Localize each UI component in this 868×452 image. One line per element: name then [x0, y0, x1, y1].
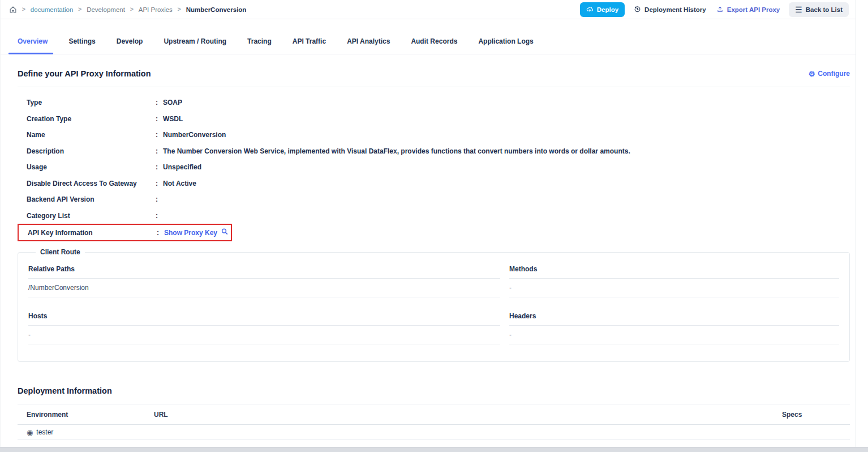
main-content: Define your API Proxy Information ⚙ Conf…: [1, 69, 856, 440]
configure-link[interactable]: ⚙ Configure: [809, 70, 850, 78]
field-row-description: Description : The Number Conversion Web …: [27, 143, 850, 160]
cell-label: Relative Paths: [28, 265, 500, 279]
environment-name: tester: [36, 428, 53, 436]
breadcrumb-separator: >: [178, 6, 181, 12]
cell-value: -: [509, 326, 839, 344]
field-label: Name: [27, 131, 156, 139]
column-specs: Specs: [782, 411, 850, 419]
client-route-panel: Client Route Relative Paths /NumberConve…: [18, 248, 850, 362]
field-row-usage: Usage : Unspecified: [27, 159, 850, 176]
field-colon: :: [156, 163, 163, 171]
field-colon: :: [157, 229, 164, 237]
horizontal-scrollbar[interactable]: [0, 447, 868, 452]
field-label: Category List: [27, 212, 156, 220]
cell-label: Hosts: [28, 312, 500, 326]
tab-overview[interactable]: Overview: [18, 37, 48, 54]
field-value: Not Active: [163, 180, 196, 187]
export-api-proxy-button[interactable]: Export API Proxy: [715, 2, 781, 17]
deploy-button[interactable]: Deploy: [580, 2, 625, 17]
show-proxy-key-label: Show Proxy Key: [164, 229, 217, 237]
field-row-backend-api-version: Backend API Version :: [27, 191, 850, 208]
tab-application-logs[interactable]: Application Logs: [478, 37, 533, 54]
breadcrumb-separator: >: [78, 6, 81, 12]
column-url: URL: [154, 411, 782, 419]
field-label: Creation Type: [27, 115, 156, 123]
page: > documentation > Development > API Prox…: [0, 0, 856, 452]
tab-develop[interactable]: Develop: [117, 37, 143, 54]
field-value: WSDL: [163, 115, 183, 123]
breadcrumb-item-development[interactable]: Development: [87, 6, 125, 13]
configure-label: Configure: [818, 70, 850, 78]
field-row-type: Type : SOAP: [27, 95, 850, 111]
field-row-category-list: Category List :: [27, 208, 850, 224]
deployment-history-label: Deployment History: [644, 6, 706, 13]
home-icon[interactable]: [9, 6, 17, 14]
column-environment: Environment: [27, 411, 154, 419]
breadcrumb-current: NumberConversion: [186, 6, 247, 13]
field-label: Disable Direct Access To Gateway: [27, 180, 156, 187]
deploy-cloud-icon: [586, 6, 594, 13]
back-to-list-button[interactable]: ☰ Back to List: [789, 2, 849, 17]
field-value: Unspecified: [163, 163, 201, 171]
field-row-name: Name : NumberConversion: [27, 127, 850, 143]
cell-label: Methods: [509, 265, 839, 279]
section-title: Define your API Proxy Information: [18, 69, 151, 78]
client-route-legend: Client Route: [36, 248, 85, 256]
tab-api-analytics[interactable]: API Analytics: [347, 37, 390, 54]
field-colon: :: [156, 99, 163, 106]
field-value: NumberConversion: [163, 131, 226, 139]
field-row-disable-direct-access: Disable Direct Access To Gateway : Not A…: [27, 176, 850, 192]
field-label: Backend API Version: [27, 195, 156, 203]
tab-audit-records[interactable]: Audit Records: [411, 37, 457, 54]
client-route-cell-methods: Methods -: [509, 265, 839, 297]
deployment-table: Environment URL Specs ◉ tester: [18, 404, 850, 440]
cell-label: Headers: [509, 312, 839, 326]
breadcrumb-separator: >: [130, 6, 134, 12]
cell-value: -: [28, 326, 500, 344]
show-proxy-key-link[interactable]: Show Proxy Key: [164, 228, 229, 237]
field-colon: :: [156, 147, 163, 155]
history-icon: [634, 6, 641, 13]
tab-settings[interactable]: Settings: [68, 37, 95, 54]
export-api-proxy-label: Export API Proxy: [727, 6, 780, 13]
breadcrumb: > documentation > Development > API Prox…: [9, 6, 246, 14]
top-bar: > documentation > Development > API Prox…: [1, 0, 856, 19]
deploy-button-label: Deploy: [597, 6, 618, 13]
list-icon: ☰: [795, 6, 802, 14]
field-row-api-key-information: API Key Information : Show Proxy Key: [18, 224, 232, 241]
field-label: Type: [27, 99, 156, 106]
table-row[interactable]: ◉ tester: [18, 425, 850, 440]
deployment-history-button[interactable]: Deployment History: [633, 2, 707, 17]
client-route-cell-relative-paths: Relative Paths /NumberConversion: [28, 265, 500, 297]
breadcrumb-item-api-proxies[interactable]: API Proxies: [139, 6, 173, 13]
field-label: Usage: [27, 163, 156, 171]
section-divider: [18, 87, 850, 87]
tab-upstream-routing[interactable]: Upstream / Routing: [164, 37, 226, 54]
field-colon: :: [156, 131, 163, 139]
magnifier-icon: [221, 228, 229, 237]
breadcrumb-separator: >: [22, 6, 25, 12]
field-label: API Key Information: [28, 229, 157, 237]
tab-api-traffic[interactable]: API Traffic: [293, 37, 326, 54]
tab-bar: Overview Settings Develop Upstream / Rou…: [1, 31, 856, 54]
field-value: The Number Conversion Web Service, imple…: [163, 147, 630, 155]
radio-selected-icon[interactable]: ◉: [27, 429, 33, 436]
client-route-cell-headers: Headers -: [509, 312, 839, 344]
export-upload-icon: [716, 6, 724, 13]
field-colon: :: [156, 115, 163, 123]
client-route-cell-hosts: Hosts -: [28, 312, 500, 344]
header-actions: Deploy Deployment History: [580, 2, 849, 17]
deployment-table-header: Environment URL Specs: [18, 404, 850, 425]
breadcrumb-item-documentation[interactable]: documentation: [31, 6, 73, 13]
field-value: SOAP: [163, 99, 182, 106]
field-label: Description: [27, 147, 156, 155]
proxy-info-fields: Type : SOAP Creation Type : WSDL Name : …: [27, 95, 850, 241]
gear-icon: ⚙: [809, 70, 815, 78]
back-to-list-label: Back to List: [806, 6, 843, 13]
field-colon: :: [156, 212, 163, 220]
field-colon: :: [156, 180, 163, 187]
field-row-creation-type: Creation Type : WSDL: [27, 111, 850, 127]
tab-tracing[interactable]: Tracing: [247, 37, 272, 54]
deployment-information-title: Deployment Information: [18, 386, 850, 395]
cell-value: -: [509, 279, 839, 297]
